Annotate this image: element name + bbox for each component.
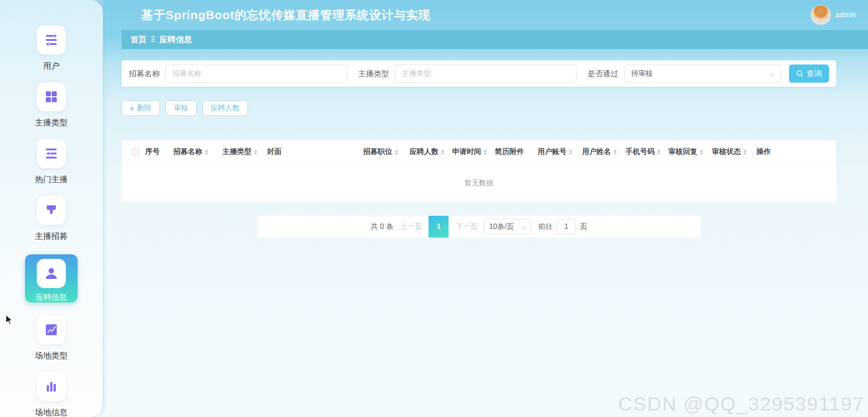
column-header-phone[interactable]: 手机号码 [626,147,668,157]
sort-caret-icon[interactable] [483,149,487,155]
pass-status-value: 待审核 [631,69,653,79]
toolbar: × 删除 审核 应聘人数 [122,100,836,116]
breadcrumb-separator-icon: Ξ [151,35,155,44]
column-header-apply-time[interactable]: 申请时间 [452,147,495,157]
column-header-index: 序号 [145,147,173,157]
applicant-count-label: 应聘人数 [211,104,240,113]
sort-caret-icon[interactable] [395,149,398,155]
close-icon: × [130,104,134,112]
search-icon [796,70,804,77]
goto-prefix-label: 前往 [538,222,552,232]
sort-caret-icon[interactable] [441,149,444,155]
sidebar-item-label: 场地信息 [35,407,68,417]
sort-caret-icon[interactable] [657,149,661,155]
chart-line-box-icon [44,323,58,337]
sidebar-item-hot-anchor[interactable]: 热门主播 [35,139,68,185]
icon-card [37,139,66,168]
pass-status-select[interactable]: 待审核 [624,65,781,83]
sidebar-item-label: 热门主播 [35,174,68,185]
column-header-applicants[interactable]: 应聘人数 [409,147,452,157]
anchor-type-label: 主播类型 [358,69,389,79]
sidebar-item-anchor-recruit[interactable]: 主播招募 [35,196,68,242]
person-icon [44,267,58,280]
sidebar-item-label: 主播类型 [35,117,68,128]
breadcrumb-current: 应聘信息 [159,34,192,45]
page-size-select[interactable]: 10条/页 [484,219,531,234]
sort-caret-icon[interactable] [254,149,257,155]
sort-caret-icon[interactable] [743,149,747,155]
search-button[interactable]: 查询 [789,65,829,83]
delete-button-label: 删除 [137,104,152,113]
bar-chart-icon [44,380,58,393]
icon-card [37,259,66,288]
icon-card [37,372,66,401]
sidebar-item-label: 应聘信息 [36,292,67,303]
recruit-name-input[interactable] [166,65,347,83]
sidebar-item-application-info[interactable]: 应聘信息 [25,254,78,303]
audit-button-label: 审核 [174,104,188,113]
goto-suffix-label: 页 [580,222,587,232]
grid-icon [44,90,58,104]
audit-button[interactable]: 审核 [166,100,197,116]
prev-page-button[interactable]: 上一页 [400,222,422,232]
content-area: 招募名称 主播类型 是否通过 待审核 查询 × 删除 [103,49,868,238]
username-label: admin [835,10,856,20]
main-region: 基于SpringBoot的忘忧传媒直播管理系统设计与实现 admin 首页 Ξ … [103,0,868,417]
column-header-audit-status[interactable]: 审核状态 [712,147,756,157]
sort-caret-icon[interactable] [569,149,572,155]
anchor-type-input[interactable] [395,65,577,83]
sidebar-item-venue-info[interactable]: 场地信息 [35,372,68,417]
pagination: 共 0 条 上一页 1 下一页 10条/页 前往 页 [257,216,700,238]
sort-caret-icon[interactable] [700,149,703,155]
sort-caret-icon[interactable] [205,149,208,155]
select-all-cell [125,149,145,155]
column-header-audit-reply[interactable]: 审核回复 [668,147,712,157]
empty-state: 暂无数据 [122,164,836,202]
page-number-button[interactable]: 1 [429,216,449,238]
icon-card [37,315,66,344]
column-header-recruit-name[interactable]: 招募名称 [173,147,222,157]
delete-button[interactable]: × 删除 [122,100,160,116]
column-header-cover: 封面 [267,147,363,157]
column-header-anchor-type[interactable]: 主播类型 [222,147,267,157]
list-arrows-icon [44,33,58,47]
column-header-account[interactable]: 用户账号 [538,147,582,157]
watermark: CSDN @QQ_3295391197 [618,393,864,415]
column-header-position[interactable]: 招募职位 [363,147,409,157]
goto-page-input[interactable] [557,219,576,234]
recruit-name-label: 招募名称 [129,69,160,79]
sort-caret-icon[interactable] [613,149,617,155]
pass-status-label: 是否通过 [587,69,618,79]
sidebar-item-venue-type[interactable]: 场地类型 [35,315,68,361]
sidebar-item-users[interactable]: 用户 [37,25,66,71]
brush-icon [44,204,58,217]
page-title: 基于SpringBoot的忘忧传媒直播管理系统设计与实现 [141,7,811,23]
sidebar-item-label: 主播招募 [35,231,68,242]
filter-bar: 招募名称 主播类型 是否通过 待审核 查询 [122,60,836,87]
sidebar-item-label: 用户 [43,60,59,71]
user-menu[interactable]: admin [811,5,856,25]
select-all-checkbox[interactable] [132,149,139,155]
page-size-value: 10条/页 [489,222,513,232]
breadcrumb: 首页 Ξ 应聘信息 [122,30,868,49]
search-button-label: 查询 [807,69,822,79]
chevron-down-icon [523,224,528,229]
icon-card [37,25,66,55]
icon-card [37,82,66,111]
table-header-row: 序号 招募名称 主播类型 封面 招募职位 应聘人数 申请时间 简历附件 用户账号… [122,140,836,164]
column-header-resume: 简历附件 [495,147,538,157]
column-header-user-name[interactable]: 用户姓名 [582,147,626,157]
icon-card [37,196,66,225]
goto-page: 前往 页 [538,219,587,234]
list-arrow-left-icon [44,147,58,160]
breadcrumb-home-link[interactable]: 首页 [130,34,147,45]
applicant-count-button[interactable]: 应聘人数 [202,100,248,116]
chevron-down-icon [769,70,775,76]
column-header-actions: 操作 [756,147,788,157]
total-count: 共 0 条 [371,222,394,232]
avatar[interactable] [811,5,831,25]
sidebar-item-anchor-type[interactable]: 主播类型 [35,82,68,128]
sidebar: 用户 主播类型 热门主播 主播招募 [0,0,103,417]
data-table: 序号 招募名称 主播类型 封面 招募职位 应聘人数 申请时间 简历附件 用户账号… [122,140,836,202]
next-page-button[interactable]: 下一页 [455,222,477,232]
